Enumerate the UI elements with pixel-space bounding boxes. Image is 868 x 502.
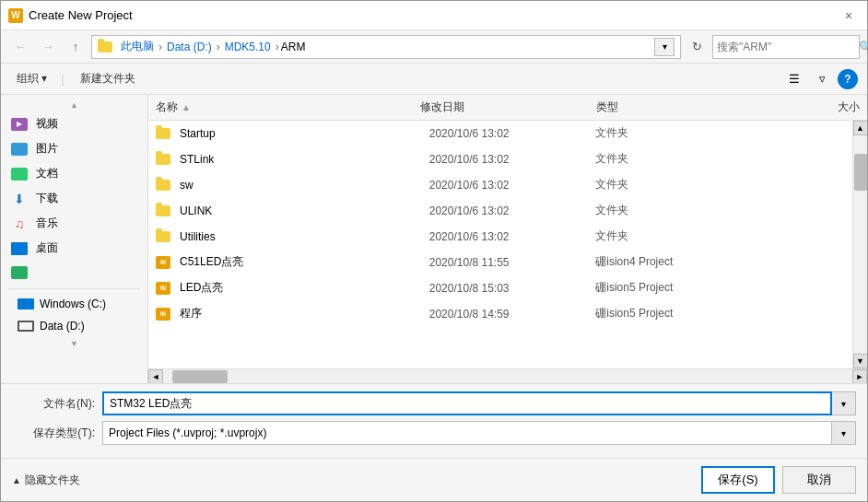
sidebar-item-desktop[interactable]: 桌面 bbox=[1, 236, 147, 261]
forward-button[interactable]: → bbox=[36, 35, 60, 59]
breadcrumb-item-0[interactable]: 此电脑 bbox=[118, 38, 157, 55]
search-box: 🔍 bbox=[712, 35, 860, 59]
horiz-scroll-right-button[interactable]: ► bbox=[852, 369, 867, 384]
sidebar-scroll-up: ▲ bbox=[1, 99, 147, 111]
footer: ▲ 隐藏文件夹 保存(S) 取消 bbox=[1, 458, 867, 501]
table-row[interactable]: W LED点亮 2020/10/8 15:03 硼ision5 Project bbox=[148, 275, 852, 301]
file-date: 2020/10/6 13:02 bbox=[429, 230, 596, 243]
scroll-up-button[interactable]: ▲ bbox=[853, 121, 868, 135]
file-icon-uvision: W bbox=[156, 308, 174, 321]
filename-input[interactable] bbox=[102, 391, 832, 415]
filetype-row: 保存类型(T): Project Files (*.uvproj; *.uvpr… bbox=[12, 421, 856, 445]
table-row[interactable]: W C51LED点亮 2020/10/8 11:55 硼ision4 Proje… bbox=[148, 250, 852, 275]
col-header-size[interactable]: 大小 bbox=[772, 99, 861, 115]
filetype-select[interactable]: Project Files (*.uvproj; *.uvprojx) bbox=[102, 421, 832, 445]
document-icon bbox=[10, 167, 29, 181]
file-date: 2020/10/6 13:02 bbox=[429, 204, 596, 217]
scroll-thumb[interactable] bbox=[854, 154, 867, 191]
horizontal-scrollbar[interactable]: ◄ ► bbox=[148, 368, 867, 383]
action-bar: 组织 ▾ | 新建文件夹 ☰ ▿ ? bbox=[1, 64, 867, 95]
back-button[interactable]: ← bbox=[8, 35, 32, 59]
sidebar-item-document[interactable]: 文档 bbox=[1, 161, 147, 186]
file-type: 文件夹 bbox=[595, 203, 762, 218]
filename-row: 文件名(N): ▾ bbox=[12, 391, 856, 415]
horiz-scroll-left-button[interactable]: ◄ bbox=[148, 369, 163, 384]
sidebar-label-d-drive: Data (D:) bbox=[40, 320, 85, 333]
sidebar-label-picture: 图片 bbox=[36, 141, 58, 157]
d-drive-icon bbox=[18, 321, 34, 332]
table-row[interactable]: STLink 2020/10/6 13:02 文件夹 bbox=[148, 146, 852, 172]
download-icon: ⬇ bbox=[10, 192, 29, 206]
sidebar-item-c-drive[interactable]: Windows (C:) bbox=[1, 293, 147, 315]
file-name: C51LED点亮 bbox=[180, 254, 429, 270]
video-icon: ▶ bbox=[10, 117, 29, 132]
col-header-type[interactable]: 类型 bbox=[596, 99, 772, 115]
sidebar-label-download: 下载 bbox=[36, 191, 58, 206]
dialog-title: Create New Project bbox=[29, 8, 133, 22]
file-list: Startup 2020/10/6 13:02 文件夹 STLink 2020/… bbox=[148, 121, 852, 368]
file-name: Startup bbox=[180, 127, 429, 140]
table-row[interactable]: W 程序 2020/10/8 14:59 硼ision5 Project bbox=[148, 301, 852, 327]
sidebar-scroll-down: ▼ bbox=[1, 337, 147, 350]
hide-folders-button[interactable]: ▲ 隐藏文件夹 bbox=[12, 473, 80, 488]
view-list-button[interactable]: ☰ bbox=[782, 67, 806, 91]
file-date: 2020/10/8 15:03 bbox=[429, 282, 596, 295]
save-button[interactable]: 保存(S) bbox=[701, 466, 775, 494]
file-list-header: 名称 ▲ 修改日期 类型 大小 bbox=[148, 95, 867, 121]
sidebar-item-picture[interactable]: 图片 bbox=[1, 136, 147, 161]
organize-button[interactable]: 组织 ▾ bbox=[10, 66, 53, 91]
close-button[interactable]: × bbox=[838, 5, 860, 27]
title-bar: W Create New Project × bbox=[1, 1, 867, 30]
table-row[interactable]: sw 2020/10/6 13:02 文件夹 bbox=[148, 172, 852, 198]
new-folder-button[interactable]: 新建文件夹 bbox=[72, 66, 144, 91]
file-content-area: Startup 2020/10/6 13:02 文件夹 STLink 2020/… bbox=[148, 121, 867, 368]
sidebar-label-c-drive: Windows (C:) bbox=[40, 298, 106, 310]
col-header-name[interactable]: 名称 ▲ bbox=[156, 99, 420, 115]
breadcrumb-dropdown-button[interactable]: ▾ bbox=[654, 38, 674, 56]
scroll-track[interactable] bbox=[853, 135, 868, 354]
sidebar-label-video: 视频 bbox=[36, 116, 58, 132]
file-type: 硼ision5 Project bbox=[595, 280, 762, 296]
horiz-scroll-thumb[interactable] bbox=[172, 370, 228, 383]
help-button[interactable]: ? bbox=[838, 69, 858, 89]
scroll-down-button[interactable]: ▼ bbox=[853, 354, 868, 368]
sidebar-item-music[interactable]: ♫ 音乐 bbox=[1, 211, 147, 236]
sidebar: ▲ ▶ 视频 图片 文档 ⬇ bbox=[1, 95, 148, 383]
file-date: 2020/10/6 13:02 bbox=[429, 153, 596, 166]
view-options: ☰ ▿ ? bbox=[782, 67, 858, 91]
up-button[interactable]: ↑ bbox=[64, 35, 88, 59]
file-type: 文件夹 bbox=[595, 125, 762, 141]
file-icon-folder bbox=[156, 128, 174, 139]
table-row[interactable]: Utilities 2020/10/6 13:02 文件夹 bbox=[148, 224, 852, 250]
filetype-dropdown-arrow[interactable]: ▾ bbox=[832, 421, 856, 445]
filename-dropdown-arrow[interactable]: ▾ bbox=[832, 391, 856, 415]
file-name: ULINK bbox=[180, 204, 429, 217]
file-date: 2020/10/6 13:02 bbox=[429, 127, 596, 140]
refresh-button[interactable]: ↻ bbox=[685, 35, 709, 59]
sidebar-label-music: 音乐 bbox=[36, 216, 58, 231]
vertical-scrollbar[interactable]: ▲ ▼ bbox=[852, 121, 867, 368]
breadcrumb-item-1[interactable]: Data (D:) bbox=[164, 40, 215, 54]
sidebar-item-download[interactable]: ⬇ 下载 bbox=[1, 186, 147, 211]
file-type: 硼ision5 Project bbox=[595, 306, 762, 321]
cancel-button[interactable]: 取消 bbox=[782, 466, 856, 494]
file-name: Utilities bbox=[180, 230, 429, 243]
sidebar-item-video[interactable]: ▶ 视频 bbox=[1, 111, 147, 136]
sidebar-label-document: 文档 bbox=[36, 166, 58, 181]
breadcrumb-bar[interactable]: 此电脑 › Data (D:) › MDK5.10 › ARM ▾ bbox=[91, 35, 681, 59]
table-row[interactable]: Startup 2020/10/6 13:02 文件夹 bbox=[148, 121, 852, 146]
sidebar-item-d-drive[interactable]: Data (D:) bbox=[1, 315, 147, 337]
search-input[interactable] bbox=[713, 41, 859, 53]
file-icon-uvision: W bbox=[156, 282, 174, 295]
sidebar-item-app[interactable] bbox=[1, 261, 147, 285]
horiz-scroll-track[interactable] bbox=[163, 369, 852, 384]
sidebar-separator bbox=[8, 288, 140, 289]
col-header-date[interactable]: 修改日期 bbox=[420, 99, 596, 115]
breadcrumb-item-2[interactable]: MDK5.10 bbox=[222, 40, 274, 54]
table-row[interactable]: ULINK 2020/10/6 13:02 文件夹 bbox=[148, 198, 852, 224]
main-area: ▲ ▶ 视频 图片 文档 ⬇ bbox=[1, 95, 867, 383]
file-name: STLink bbox=[180, 153, 429, 166]
expand-icon: ▲ bbox=[12, 475, 21, 485]
view-toggle-button[interactable]: ▿ bbox=[810, 67, 834, 91]
search-icon[interactable]: 🔍 bbox=[859, 36, 868, 58]
